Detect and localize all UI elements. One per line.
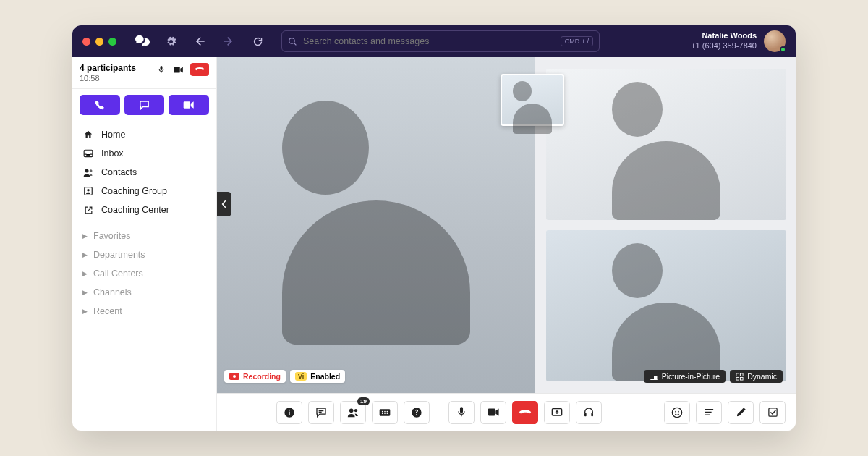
svg-point-21 bbox=[384, 410, 386, 412]
svg-point-7 bbox=[87, 189, 90, 192]
section-label: Departments bbox=[93, 250, 145, 260]
mic-icon[interactable] bbox=[156, 64, 167, 75]
nav-label: Coaching Group bbox=[101, 186, 167, 196]
people-icon bbox=[347, 408, 359, 418]
toolbar-group-center bbox=[448, 401, 602, 424]
svg-rect-12 bbox=[736, 377, 739, 380]
pip-icon bbox=[650, 373, 658, 380]
section-favorites[interactable]: ▶Favorites bbox=[77, 227, 212, 245]
annotate-button[interactable] bbox=[728, 401, 754, 424]
participants-button[interactable]: 19 bbox=[340, 401, 366, 424]
dynamic-label: Dynamic bbox=[747, 372, 777, 381]
nav-label: Coaching Center bbox=[101, 205, 169, 215]
body: 4 participants 10:58 Home Inbox Contacts bbox=[72, 57, 796, 431]
recording-label: Recording bbox=[243, 372, 281, 381]
avatar-wrap bbox=[764, 30, 786, 52]
search-input[interactable] bbox=[303, 36, 555, 46]
nav-coaching-group[interactable]: Coaching Group bbox=[77, 182, 212, 200]
section-recent[interactable]: ▶Recent bbox=[77, 302, 212, 321]
section-label: Recent bbox=[93, 306, 122, 316]
search-bar[interactable]: CMD + / bbox=[281, 30, 600, 52]
participants-badge: 19 bbox=[357, 397, 370, 405]
mute-button[interactable] bbox=[448, 401, 475, 424]
svg-rect-1 bbox=[174, 67, 180, 72]
sidebar: 4 participants 10:58 Home Inbox Contacts bbox=[72, 57, 217, 431]
refresh-icon[interactable] bbox=[248, 32, 267, 51]
svg-rect-15 bbox=[289, 411, 289, 415]
reactions-button[interactable] bbox=[664, 401, 690, 424]
svg-rect-30 bbox=[591, 413, 593, 416]
nav-inbox[interactable]: Inbox bbox=[77, 144, 212, 163]
chat-button[interactable] bbox=[308, 401, 334, 424]
svg-rect-9 bbox=[654, 376, 658, 379]
svg-rect-34 bbox=[768, 408, 776, 416]
screenshare-icon bbox=[551, 408, 563, 418]
section-call-centers[interactable]: ▶Call Centers bbox=[77, 264, 212, 283]
video-tile-top-right[interactable] bbox=[546, 69, 786, 220]
svg-point-17 bbox=[349, 408, 353, 413]
svg-rect-11 bbox=[741, 373, 744, 376]
call-header: 4 participants 10:58 bbox=[72, 57, 216, 89]
nav-label: Contacts bbox=[101, 167, 137, 177]
nav-label: Home bbox=[101, 130, 125, 140]
dynamic-layout-button[interactable]: Dynamic bbox=[730, 370, 783, 383]
screenshare-button[interactable] bbox=[544, 401, 570, 424]
coaching-group-icon bbox=[82, 186, 94, 196]
section-departments[interactable]: ▶Departments bbox=[77, 245, 212, 264]
nav-coaching-center[interactable]: Coaching Center bbox=[77, 200, 212, 219]
nav-home[interactable]: Home bbox=[77, 125, 212, 144]
info-button[interactable] bbox=[276, 401, 302, 424]
quick-call-button[interactable] bbox=[80, 95, 120, 115]
user-meta: Natalie Woods +1 (604) 359-7840 bbox=[691, 31, 757, 51]
user-area[interactable]: Natalie Woods +1 (604) 359-7840 bbox=[691, 30, 786, 52]
minimize-window-icon[interactable] bbox=[95, 38, 103, 46]
svg-point-16 bbox=[289, 409, 290, 410]
presence-indicator bbox=[780, 46, 786, 53]
maximize-window-icon[interactable] bbox=[109, 38, 116, 46]
quick-message-button[interactable] bbox=[124, 95, 165, 115]
help-icon bbox=[411, 407, 422, 418]
call-elapsed: 10:58 bbox=[80, 74, 136, 83]
video-area: Recording Vi Enabled Picture-in-Picture … bbox=[217, 57, 796, 393]
section-channels[interactable]: ▶Channels bbox=[77, 283, 212, 302]
help-button[interactable] bbox=[404, 401, 430, 424]
inbox-icon bbox=[82, 149, 94, 159]
nav: Home Inbox Contacts Coaching Group Coach… bbox=[72, 121, 216, 222]
home-icon bbox=[82, 130, 94, 140]
contacts-icon bbox=[82, 168, 94, 177]
app-window: CMD + / Natalie Woods +1 (604) 359-7840 … bbox=[72, 25, 796, 431]
pip-mode-button[interactable]: Picture-in-Picture bbox=[644, 370, 726, 383]
nav-back-icon[interactable] bbox=[190, 32, 209, 51]
quick-video-button[interactable] bbox=[169, 95, 209, 115]
dialpad-button[interactable] bbox=[372, 401, 398, 424]
collapse-sidebar-button[interactable] bbox=[217, 192, 231, 216]
svg-rect-13 bbox=[741, 377, 744, 380]
tasks-button[interactable] bbox=[760, 401, 786, 424]
svg-point-5 bbox=[89, 169, 92, 172]
video-tile-main[interactable] bbox=[217, 57, 535, 393]
checkbox-icon bbox=[767, 407, 778, 418]
search-icon bbox=[288, 37, 297, 46]
info-icon bbox=[284, 407, 295, 418]
camera-icon bbox=[488, 408, 500, 417]
svg-point-23 bbox=[382, 413, 383, 414]
end-call-button[interactable] bbox=[512, 401, 538, 424]
svg-rect-2 bbox=[184, 101, 190, 108]
nav-forward-icon[interactable] bbox=[219, 32, 238, 51]
vi-label: Enabled bbox=[310, 372, 340, 381]
section-label: Favorites bbox=[93, 231, 130, 241]
titlebar: CMD + / Natalie Woods +1 (604) 359-7840 bbox=[72, 25, 796, 57]
close-window-icon[interactable] bbox=[82, 38, 90, 46]
video-tile-bottom-right[interactable] bbox=[546, 230, 786, 381]
notes-button[interactable] bbox=[696, 401, 722, 424]
layout-chips: Picture-in-Picture Dynamic bbox=[644, 370, 783, 383]
mini-end-call-button[interactable] bbox=[190, 63, 209, 76]
mic-icon bbox=[456, 406, 467, 418]
headset-button[interactable] bbox=[576, 401, 602, 424]
settings-icon[interactable] bbox=[161, 32, 180, 51]
camera-toggle-button[interactable] bbox=[480, 401, 506, 424]
quick-actions bbox=[72, 89, 216, 121]
nav-contacts[interactable]: Contacts bbox=[77, 163, 212, 182]
video-tile-pip[interactable] bbox=[501, 74, 564, 126]
camera-icon[interactable] bbox=[173, 64, 184, 75]
